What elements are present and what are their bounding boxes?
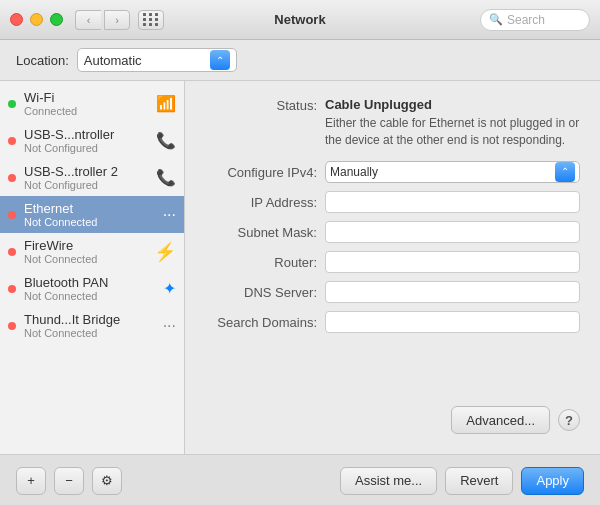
subnet-mask-row: Subnet Mask: bbox=[205, 221, 580, 243]
location-value: Automatic bbox=[84, 53, 206, 68]
sidebar-item-firewire-name: FireWire bbox=[24, 238, 146, 253]
sidebar-item-thunderbolt-status: Not Connected bbox=[24, 327, 155, 339]
router-row: Router: bbox=[205, 251, 580, 273]
status-label: Status: bbox=[205, 97, 325, 113]
sidebar: Wi-Fi Connected 📶 USB-S...ntroller Not C… bbox=[0, 81, 185, 454]
status-dot-firewire bbox=[8, 248, 16, 256]
configure-dropdown-arrow: ⌃ bbox=[555, 162, 575, 182]
maximize-button[interactable] bbox=[50, 13, 63, 26]
sidebar-item-bluetooth-status: Not Connected bbox=[24, 290, 155, 302]
close-button[interactable] bbox=[10, 13, 23, 26]
sidebar-item-ethernet-name: Ethernet bbox=[24, 201, 155, 216]
search-domains-label: Search Domains: bbox=[205, 314, 325, 330]
sidebar-item-usb2-name: USB-S...troller 2 bbox=[24, 164, 148, 179]
configure-ipv4-dropdown[interactable]: Manually ⌃ bbox=[325, 161, 580, 183]
add-connection-button[interactable]: + bbox=[16, 467, 46, 495]
thunderbolt-icon: ··· bbox=[163, 317, 176, 335]
search-box[interactable]: 🔍 Search bbox=[480, 9, 590, 31]
phone-icon-1: 📞 bbox=[156, 131, 176, 150]
search-domains-row: Search Domains: bbox=[205, 311, 580, 333]
dns-row: DNS Server: bbox=[205, 281, 580, 303]
dns-input[interactable] bbox=[325, 281, 580, 303]
grid-icon bbox=[143, 13, 159, 26]
traffic-lights bbox=[10, 13, 63, 26]
configure-value: Manually bbox=[330, 165, 551, 179]
ip-address-input[interactable] bbox=[325, 191, 580, 213]
wifi-icon: 📶 bbox=[156, 94, 176, 113]
apply-button[interactable]: Apply bbox=[521, 467, 584, 495]
sidebar-item-bluetooth[interactable]: Bluetooth PAN Not Connected ✦ bbox=[0, 270, 184, 307]
nav-buttons: ‹ › bbox=[75, 10, 130, 30]
search-icon: 🔍 bbox=[489, 13, 503, 26]
location-label: Location: bbox=[16, 53, 69, 68]
spacer bbox=[205, 341, 580, 406]
detail-panel: Status: Cable Unplugged Either the cable… bbox=[185, 81, 600, 454]
subnet-label: Subnet Mask: bbox=[205, 224, 325, 240]
action-buttons: Assist me... Revert Apply bbox=[340, 467, 584, 495]
forward-button[interactable]: › bbox=[104, 10, 130, 30]
configure-row: Configure IPv4: Manually ⌃ bbox=[205, 161, 580, 183]
remove-connection-button[interactable]: − bbox=[54, 467, 84, 495]
status-dot-usb1 bbox=[8, 137, 16, 145]
sidebar-item-usb2-status: Not Configured bbox=[24, 179, 148, 191]
sidebar-item-firewire[interactable]: FireWire Not Connected ⚡ bbox=[0, 233, 184, 270]
sidebar-item-usb1-name: USB-S...ntroller bbox=[24, 127, 148, 142]
sidebar-item-wifi-name: Wi-Fi bbox=[24, 90, 148, 105]
title-bar: ‹ › Network 🔍 Search bbox=[0, 0, 600, 40]
sidebar-item-ethernet[interactable]: Ethernet Not Connected ··· bbox=[0, 196, 184, 233]
sidebar-item-usb1[interactable]: USB-S...ntroller Not Configured 📞 bbox=[0, 122, 184, 159]
main-content: Wi-Fi Connected 📶 USB-S...ntroller Not C… bbox=[0, 81, 600, 454]
window-title: Network bbox=[274, 12, 325, 27]
status-dot-usb2 bbox=[8, 174, 16, 182]
location-dropdown[interactable]: Automatic ⌃ bbox=[77, 48, 237, 72]
sidebar-item-thunderbolt-name: Thund...It Bridge bbox=[24, 312, 155, 327]
sidebar-item-firewire-status: Not Connected bbox=[24, 253, 146, 265]
subnet-mask-input[interactable] bbox=[325, 221, 580, 243]
status-dot-thunderbolt bbox=[8, 322, 16, 330]
advanced-button[interactable]: Advanced... bbox=[451, 406, 550, 434]
ip-label: IP Address: bbox=[205, 194, 325, 210]
status-value: Cable Unplugged bbox=[325, 97, 580, 112]
status-description: Either the cable for Ethernet is not plu… bbox=[325, 115, 580, 149]
sidebar-item-usb2[interactable]: USB-S...troller 2 Not Configured 📞 bbox=[0, 159, 184, 196]
sidebar-item-wifi-status: Connected bbox=[24, 105, 148, 117]
sidebar-item-bluetooth-name: Bluetooth PAN bbox=[24, 275, 155, 290]
sidebar-item-ethernet-status: Not Connected bbox=[24, 216, 155, 228]
router-label: Router: bbox=[205, 254, 325, 270]
sidebar-item-thunderbolt[interactable]: Thund...It Bridge Not Connected ··· bbox=[0, 307, 184, 344]
router-input[interactable] bbox=[325, 251, 580, 273]
firewire-icon: ⚡ bbox=[154, 241, 176, 263]
search-placeholder: Search bbox=[507, 13, 545, 27]
assist-button[interactable]: Assist me... bbox=[340, 467, 437, 495]
grid-view-button[interactable] bbox=[138, 10, 164, 30]
ip-address-row: IP Address: bbox=[205, 191, 580, 213]
sidebar-item-usb1-status: Not Configured bbox=[24, 142, 148, 154]
configure-label: Configure IPv4: bbox=[205, 164, 325, 180]
bluetooth-icon: ✦ bbox=[163, 279, 176, 298]
revert-button[interactable]: Revert bbox=[445, 467, 513, 495]
help-button[interactable]: ? bbox=[558, 409, 580, 431]
bottom-bar: + − ⚙ Assist me... Revert Apply bbox=[0, 454, 600, 505]
sidebar-controls: + − ⚙ bbox=[16, 467, 122, 495]
back-button[interactable]: ‹ bbox=[75, 10, 101, 30]
sidebar-item-wifi[interactable]: Wi-Fi Connected 📶 bbox=[0, 85, 184, 122]
location-bar: Location: Automatic ⌃ bbox=[0, 40, 600, 81]
search-domains-input[interactable] bbox=[325, 311, 580, 333]
ethernet-icon: ··· bbox=[163, 206, 176, 224]
settings-button[interactable]: ⚙ bbox=[92, 467, 122, 495]
status-dot-ethernet bbox=[8, 211, 16, 219]
phone-icon-2: 📞 bbox=[156, 168, 176, 187]
minimize-button[interactable] bbox=[30, 13, 43, 26]
location-dropdown-arrow: ⌃ bbox=[210, 50, 230, 70]
dns-label: DNS Server: bbox=[205, 284, 325, 300]
status-dot-wifi bbox=[8, 100, 16, 108]
status-row: Status: Cable Unplugged Either the cable… bbox=[205, 97, 580, 149]
status-dot-bluetooth bbox=[8, 285, 16, 293]
